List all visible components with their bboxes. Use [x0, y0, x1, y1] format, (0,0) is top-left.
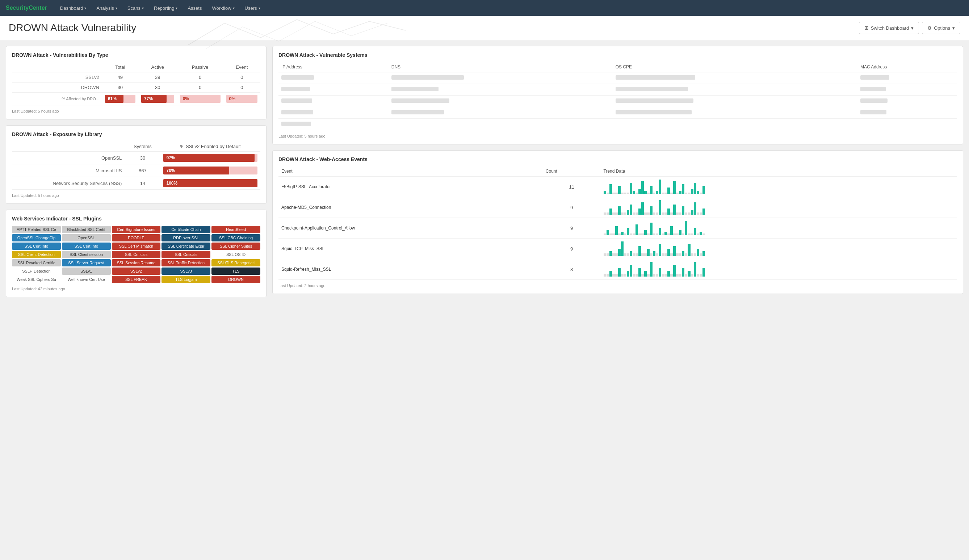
ssl-tag[interactable]: SSL Traffic Detection [162, 259, 210, 266]
trend-chart [604, 241, 705, 256]
trend-bar [644, 253, 647, 256]
ssl-tag[interactable]: Well-known Cert Use [62, 276, 111, 283]
col-mac: MAC Address [857, 62, 957, 72]
trend-bar [659, 244, 661, 256]
event-name: Apache-MD5_Connection [278, 197, 543, 218]
trend-bar [618, 268, 621, 277]
ssl-tag[interactable]: SSL OS ID [211, 251, 260, 258]
ssl-tag[interactable]: OpenSSL [62, 234, 111, 241]
ssl-tag[interactable]: SSLv2 [112, 268, 161, 275]
ssl-tag[interactable]: SSL Server Request [62, 259, 111, 266]
ssl-tag[interactable]: SSL Cert Info [12, 243, 61, 250]
trend-bar [647, 233, 649, 235]
ssl-tag[interactable]: SSL Cipher Suites [211, 243, 260, 250]
ssl-tag[interactable]: APT1 Related SSL Ce [12, 226, 61, 233]
blurred-value [281, 98, 312, 103]
trend-bar [682, 251, 684, 256]
trend-bar [653, 193, 655, 194]
nav-users[interactable]: Users ▾ [240, 3, 265, 13]
ssl-tag[interactable]: TLS [211, 268, 260, 275]
nav-assets[interactable]: Assets [183, 3, 206, 13]
event-count: 9 [543, 218, 601, 239]
ssl-tag[interactable]: TLS Logjam [162, 276, 210, 283]
ssl-tag[interactable]: RDP over SSL [162, 234, 210, 241]
trend-bar [656, 274, 658, 277]
ssl-tag[interactable]: SSL Certificate Expir [162, 243, 210, 250]
gear-icon: ⚙ [927, 25, 932, 31]
col-dns: DNS [388, 62, 613, 72]
vulnerable-systems-title: DROWN Attack - Vulnerable Systems [278, 52, 957, 58]
vs-cell [857, 107, 957, 119]
trend-bar [653, 251, 655, 256]
nav-dashboard[interactable]: Dashboard ▾ [56, 3, 91, 13]
col-os: OS CPE [613, 62, 857, 72]
col-header-pct-sslv2: % SSLv2 Enabled by Default [160, 141, 260, 152]
ssl-tag[interactable]: SSL Client Detection [12, 251, 61, 258]
ssl-tag[interactable]: SSLv1 [62, 268, 111, 275]
ssl-tag[interactable]: SSL Cert Mismatch [112, 243, 161, 250]
ssl-tag[interactable]: SSL Cert Info [62, 243, 111, 250]
trend-bar [697, 274, 699, 277]
trend-bar [661, 213, 664, 215]
trend-bar [644, 213, 647, 215]
ssl-tag[interactable]: Weak SSL Ciphers Su [12, 276, 61, 283]
vuln-by-type-title: DROWN Attack - Vulnerabilities By Type [12, 52, 260, 58]
exposure-by-library-card: DROWN Attack - Exposure by Library Syste… [6, 125, 266, 204]
ssl-tag[interactable]: Blacklisted SSL Certif [62, 226, 111, 233]
ssl-tag[interactable]: SSL Revoked Certific [12, 259, 61, 266]
ssl-tag[interactable]: OpenSSL ChangeCip [12, 234, 61, 241]
row-label: DROWN [12, 83, 102, 93]
ssl-tag[interactable]: SSL Session Resume [112, 259, 161, 266]
table-row [278, 84, 957, 96]
col-header-total: Total [102, 62, 138, 72]
brand-logo[interactable]: SecurityCenter [6, 5, 47, 11]
trend-bar [691, 233, 693, 235]
blurred-value [616, 75, 695, 80]
trend-bar [679, 213, 681, 215]
pct-total-cell: 61% [102, 93, 138, 105]
ssl-tag[interactable]: SSL Criticals [112, 251, 161, 258]
trend-bar [624, 213, 626, 215]
ssl-tag[interactable]: SSL CBC Chaining [211, 234, 260, 241]
trend-bar [638, 268, 641, 277]
ssl-tag[interactable]: HeartBleed [211, 226, 260, 233]
nav-menu: Dashboard ▾ Analysis ▾ Scans ▾ Reporting… [56, 3, 265, 13]
nav-scans[interactable]: Scans ▾ [123, 3, 148, 13]
row-total: 30 [102, 83, 138, 93]
trend-bar [647, 249, 649, 256]
table-row [278, 119, 957, 130]
ssl-tag[interactable]: SSLH Detection [12, 268, 61, 275]
switch-dashboard-button[interactable]: ⊞ Switch Dashboard ▾ [859, 22, 919, 34]
ssl-tag[interactable]: DROWN [211, 276, 260, 283]
trend-bar [668, 233, 670, 235]
nav-reporting[interactable]: Reporting ▾ [150, 3, 182, 13]
ssl-tag[interactable]: SSL FREAK [112, 276, 161, 283]
trend-bar [644, 230, 647, 235]
trend-chart [604, 179, 705, 194]
ssl-tag[interactable]: Cert Signature Issues [112, 226, 161, 233]
vuln-type-last-updated: Last Updated: 5 hours ago [12, 109, 260, 113]
ssl-tag[interactable]: SSLv3 [162, 268, 210, 275]
ssl-tag[interactable]: SSL Client session [62, 251, 111, 258]
ssl-tag[interactable]: Certificate Chain [162, 226, 210, 233]
nav-analysis[interactable]: Analysis ▾ [92, 3, 121, 13]
options-button[interactable]: ⚙ Options ▾ [922, 22, 960, 34]
trend-bar [633, 253, 635, 256]
col-event: Event [278, 166, 543, 176]
trend-bar [682, 206, 684, 215]
ssl-tag[interactable]: POODLE [112, 234, 161, 241]
trend-bar [676, 193, 679, 194]
trend-bar [627, 271, 629, 277]
trend-bar [699, 253, 702, 256]
trend-bar [699, 274, 702, 277]
trend-bar [624, 233, 626, 235]
ssl-tag[interactable]: SSL Criticals [162, 251, 210, 258]
pct-bar: 100% [163, 179, 258, 187]
pct-passive-cell: 0% [177, 93, 223, 105]
ssl-tag[interactable]: SSL/TLS Renegotiati [211, 259, 260, 266]
ssl-plugins-last-updated: Last Updated: 42 minutes ago [12, 287, 260, 291]
trend-bar [661, 233, 664, 235]
trend-bar [633, 274, 635, 277]
nav-workflow[interactable]: Workflow ▾ [208, 3, 239, 13]
trend-bar [679, 253, 681, 256]
